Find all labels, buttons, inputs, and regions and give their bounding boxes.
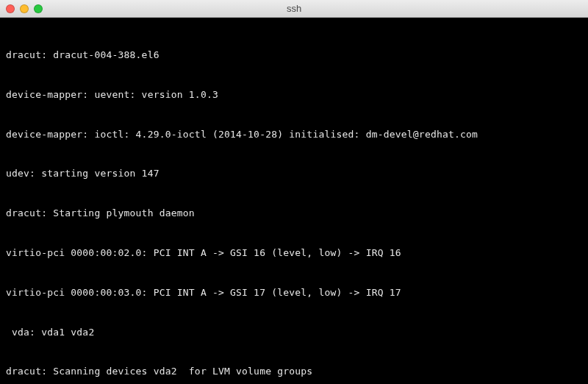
terminal-line: dracut: Scanning devices vda2 for LVM vo… — [6, 365, 582, 378]
terminal-line: virtio-pci 0000:00:03.0: PCI INT A -> GS… — [6, 286, 582, 299]
terminal-line: device-mapper: ioctl: 4.29.0-ioctl (2014… — [6, 128, 582, 141]
window-title: ssh — [0, 3, 588, 14]
terminal-line: dracut: dracut-004-388.el6 — [6, 49, 582, 62]
terminal-line: vda: vda1 vda2 — [6, 326, 582, 339]
terminal-output[interactable]: dracut: dracut-004-388.el6 device-mapper… — [0, 18, 588, 384]
terminal-line: dracut: Starting plymouth daemon — [6, 207, 582, 220]
terminal-line: device-mapper: uevent: version 1.0.3 — [6, 88, 582, 102]
terminal-line: udev: starting version 147 — [6, 167, 582, 180]
titlebar: ssh — [0, 0, 588, 18]
terminal-line: virtio-pci 0000:00:02.0: PCI INT A -> GS… — [6, 246, 582, 260]
